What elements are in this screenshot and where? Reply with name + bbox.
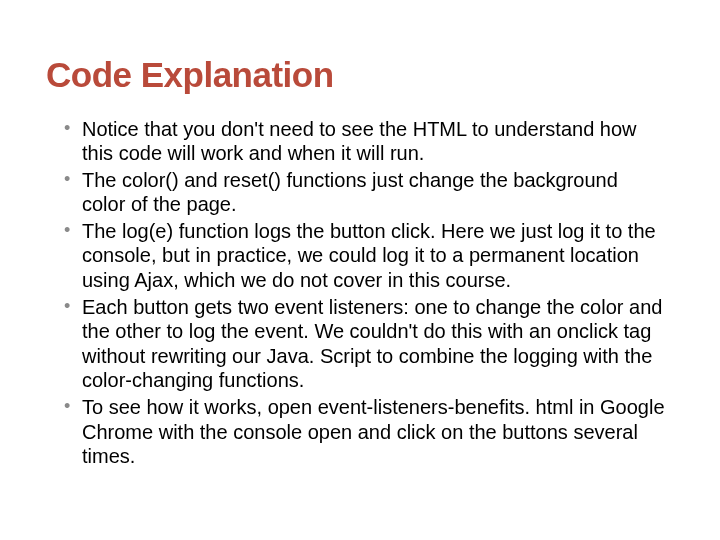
list-item: Notice that you don't need to see the HT… [64,117,666,166]
list-item: The color() and reset() functions just c… [64,168,666,217]
bullet-list: Notice that you don't need to see the HT… [46,117,674,469]
slide: Code Explanation Notice that you don't n… [0,0,720,540]
list-item: To see how it works, open event-listener… [64,395,666,469]
slide-title: Code Explanation [46,56,674,95]
list-item: The log(e) function logs the button clic… [64,219,666,293]
list-item: Each button gets two event listeners: on… [64,295,666,393]
